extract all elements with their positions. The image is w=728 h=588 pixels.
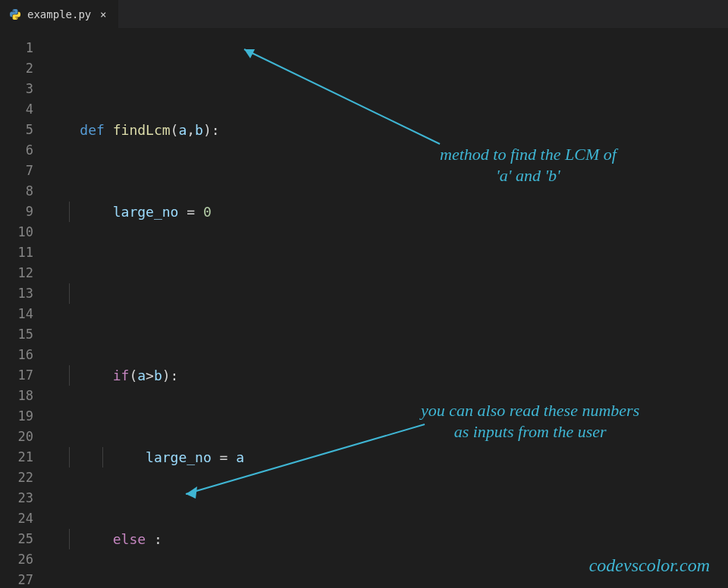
line-number: 12 xyxy=(0,263,33,283)
code-editor[interactable]: 1234567891011121314151617181920212223242… xyxy=(0,29,728,588)
line-number: 6 xyxy=(0,140,33,161)
code-line: def findLcm(a,b): xyxy=(47,120,728,140)
line-number: 14 xyxy=(0,304,33,324)
line-number: 13 xyxy=(0,283,33,304)
code-line: else : xyxy=(47,529,728,549)
python-file-icon xyxy=(9,8,21,20)
line-number: 8 xyxy=(0,181,33,202)
line-number: 11 xyxy=(0,242,33,263)
line-number: 2 xyxy=(0,58,33,79)
line-number: 9 xyxy=(0,202,33,222)
close-icon[interactable]: × xyxy=(97,8,109,20)
line-number: 10 xyxy=(0,222,33,242)
tab-bar: example.py × xyxy=(0,0,728,29)
line-number: 19 xyxy=(0,406,33,427)
tab-filename: example.py xyxy=(27,8,91,20)
line-number: 23 xyxy=(0,488,33,508)
line-number: 7 xyxy=(0,161,33,181)
line-number: 3 xyxy=(0,79,33,99)
line-number: 22 xyxy=(0,468,33,488)
code-line: if(a>b): xyxy=(47,365,728,386)
code-line: large_no = 0 xyxy=(47,202,728,222)
line-number: 25 xyxy=(0,529,33,549)
line-number: 21 xyxy=(0,447,33,468)
line-number: 16 xyxy=(0,345,33,365)
line-number: 4 xyxy=(0,99,33,120)
file-tab[interactable]: example.py × xyxy=(0,0,119,28)
code-line: large_no = a xyxy=(47,447,728,468)
line-number: 27 xyxy=(0,570,33,588)
line-number: 5 xyxy=(0,120,33,140)
line-number: 1 xyxy=(0,38,33,58)
line-number: 17 xyxy=(0,365,33,386)
line-number: 24 xyxy=(0,508,33,529)
line-number-gutter: 1234567891011121314151617181920212223242… xyxy=(0,29,47,588)
code-line xyxy=(47,283,728,304)
line-number: 15 xyxy=(0,324,33,345)
line-number: 26 xyxy=(0,549,33,570)
line-number: 18 xyxy=(0,386,33,406)
code-area[interactable]: def findLcm(a,b): large_no = 0 if(a>b): … xyxy=(47,29,728,588)
line-number: 20 xyxy=(0,427,33,447)
